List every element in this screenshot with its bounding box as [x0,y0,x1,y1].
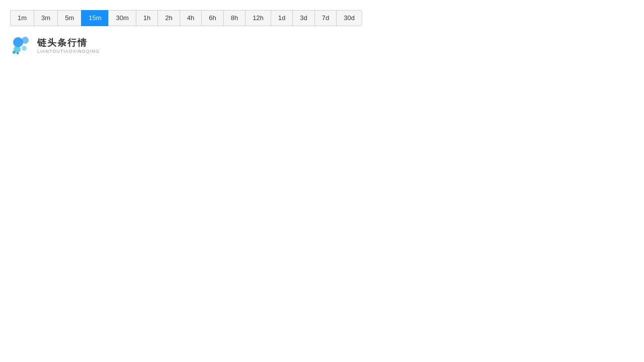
time-btn-15m[interactable]: 15m [81,10,108,26]
logo-icon [10,34,33,57]
time-btn-3m[interactable]: 3m [34,10,57,26]
time-btn-2h[interactable]: 2h [157,10,179,26]
logo-chinese: 链头条行情 [37,38,100,49]
time-btn-3d[interactable]: 3d [292,10,314,26]
svg-point-0 [13,37,23,47]
logo-pinyin: LIANTOUTIAOXINGQING [37,49,100,54]
time-btn-30m[interactable]: 30m [108,10,135,26]
time-btn-6h[interactable]: 6h [201,10,223,26]
svg-point-1 [22,37,29,44]
logo-text: 链头条行情 LIANTOUTIAOXINGQING [37,38,100,54]
svg-point-5 [17,52,19,54]
time-btn-5m[interactable]: 5m [57,10,81,26]
svg-point-3 [22,46,27,51]
time-btn-1m[interactable]: 1m [10,10,34,26]
time-btn-8h[interactable]: 8h [223,10,245,26]
time-btn-30d[interactable]: 30d [336,10,362,26]
page-wrapper: 1m3m5m15m30m1h2h4h6h8h12h1d3d7d30d 链头条行情… [0,0,644,67]
time-toolbar: 1m3m5m15m30m1h2h4h6h8h12h1d3d7d30d [10,10,634,26]
time-btn-4h[interactable]: 4h [180,10,201,26]
logo-area: 链头条行情 LIANTOUTIAOXINGQING [10,34,634,57]
time-btn-1h[interactable]: 1h [136,10,157,26]
time-btn-7d[interactable]: 7d [314,10,336,26]
time-btn-1d[interactable]: 1d [271,10,292,26]
svg-point-4 [13,51,16,54]
time-btn-12h[interactable]: 12h [245,10,271,26]
